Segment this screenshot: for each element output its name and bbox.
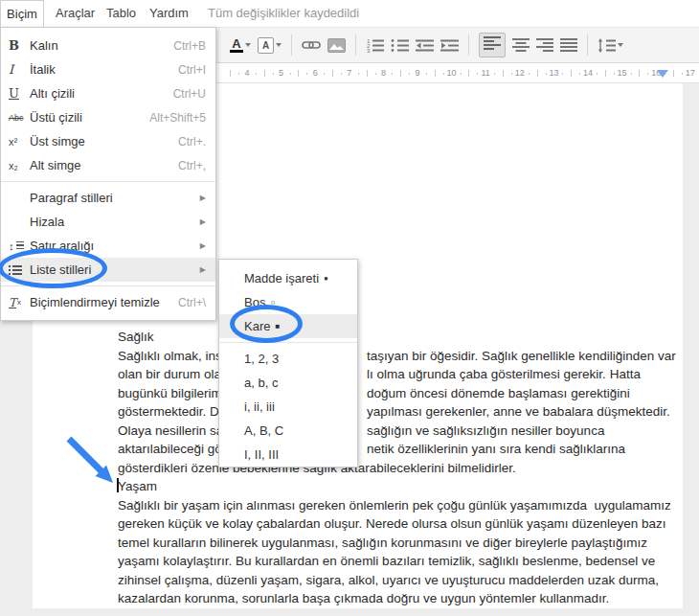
justify-button[interactable] — [560, 38, 577, 52]
ruler-minor-tick — [358, 73, 359, 75]
menu-item-label: İtalik — [30, 62, 56, 77]
ruler-number: 6 — [313, 68, 318, 78]
align-center-icon — [512, 38, 530, 52]
ruler-minor-tick — [426, 73, 427, 75]
ruler-minor-tick — [392, 73, 393, 75]
ruler-number: 14 — [583, 68, 593, 78]
text-color-button[interactable]: A — [230, 38, 251, 53]
ruler-minor-tick — [614, 73, 615, 75]
submenu-arrow-icon: ▶ — [200, 194, 206, 202]
line-spacing-icon — [598, 38, 616, 53]
format-menu-item-strikethrough[interactable]: Üstü çiziliAlt+Shift+5 — [1, 105, 215, 129]
toolbar-separator — [587, 34, 588, 56]
bulleted-list-button[interactable] — [391, 38, 409, 53]
highlight-color-button[interactable]: A — [258, 37, 282, 54]
decrease-indent-button[interactable] — [416, 38, 434, 53]
ruler-minor-tick — [511, 73, 512, 75]
list-style-item-uppercase-roman[interactable]: I, II, III — [219, 443, 357, 467]
menu-item-label: Madde işareti — [244, 271, 319, 285]
ruler-number: 10 — [447, 68, 457, 78]
bulleted-list-icon — [391, 38, 409, 53]
menu-shortcut: Ctrl+, — [178, 159, 206, 172]
menubar-tab-help[interactable]: Yardım — [138, 0, 200, 27]
ruler-minor-tick — [461, 73, 462, 75]
ruler-number: 12 — [515, 68, 525, 78]
format-menu-item-underline[interactable]: Altı çiziliCtrl+U — [1, 81, 215, 105]
ruler-minor-tick — [546, 73, 547, 75]
menu-item-label: Biçimlendirmeyi temizle — [30, 295, 160, 309]
doc-paragraph-line: zihinsel çalışma, düzenli yaşam, sigara,… — [118, 571, 659, 590]
format-menu-item-align[interactable]: Hizala▶ — [1, 210, 215, 234]
format-menu-item-superscript[interactable]: Üst simgeCtrl+. — [1, 129, 215, 153]
doc-line-right-fragment: lı olma uğrunda çaba gösterilmesi gereki… — [367, 365, 641, 384]
increase-indent-button[interactable] — [440, 38, 459, 53]
chevron-down-icon — [618, 43, 623, 47]
ruler-minor-tick — [647, 73, 648, 75]
ruler-minor-tick — [273, 73, 274, 75]
list-styles-submenu: Madde işareti●Boş○Kare■1, 2, 3a, b, ci, … — [218, 259, 358, 468]
menu-item-label: Altı çizili — [30, 86, 75, 101]
clear-formatting-icon — [9, 296, 30, 309]
annotation-arrow — [57, 433, 124, 492]
menubar-tab-format[interactable]: Biçim — [0, 0, 44, 28]
format-menu-item-bold[interactable]: KalınCtrl+B — [1, 34, 215, 57]
format-menu-item-clear-formatting[interactable]: Biçimlendirmeyi temizleCtrl+\ — [1, 290, 215, 314]
ruler-number: 9 — [415, 68, 419, 78]
doc-paragraph-line: kazalardan korunma, sorunlarla başa çıkm… — [118, 589, 609, 608]
align-center-button[interactable] — [512, 38, 530, 52]
list-style-item-lowercase-letters[interactable]: a, b, c — [219, 371, 357, 395]
doc-line-left-fragment: bugünkü bilgilerim — [118, 384, 222, 403]
menu-item-label: i, ii, iii — [244, 399, 275, 414]
menu-item-label: Alt simge — [30, 158, 80, 172]
decrease-indent-icon — [416, 38, 434, 53]
ruler-number: 11 — [482, 68, 490, 78]
menu-item-label: 1, 2, 3 — [244, 352, 279, 366]
doc-paragraph-line: Sağlıklı bir yaşam için alınması gereken… — [118, 496, 671, 515]
format-menu-item-paragraph-styles[interactable]: Paragraf stilleri▶ — [1, 186, 215, 210]
app-window: Biçim Araçlar Tablo Yardım Tüm değişikli… — [0, 0, 699, 616]
list-style-glyph: ● — [324, 274, 328, 283]
ruler-minor-tick — [477, 73, 478, 75]
ruler-major-tick — [367, 70, 368, 77]
doc-line-left-fragment: Sağlıklı olmak, ins — [118, 347, 222, 366]
numbered-list-button[interactable]: 123 — [366, 38, 384, 53]
ruler-major-tick — [537, 70, 538, 77]
ruler-minor-tick — [562, 73, 563, 75]
list-style-item-uppercase-letters[interactable]: A, B, C — [219, 419, 357, 443]
menu-item-label: Üst simge — [30, 134, 85, 148]
menu-item-label: Paragraf stilleri — [30, 191, 113, 205]
ruler-major-tick — [298, 70, 299, 77]
ruler-major-tick — [332, 70, 333, 77]
subscript-icon — [9, 160, 30, 171]
align-left-button[interactable] — [479, 33, 506, 57]
right-indent-marker[interactable] — [657, 70, 668, 78]
insert-image-button[interactable] — [327, 38, 346, 53]
menu-shortcut: Alt+Shift+5 — [149, 111, 206, 125]
ruler-minor-tick — [238, 73, 239, 75]
bold-icon — [9, 38, 30, 53]
align-right-button[interactable] — [536, 38, 553, 52]
list-style-item-numbers[interactable]: 1, 2, 3 — [219, 347, 357, 371]
doc-line-right-fragment: netik özelliklerinin yanı sıra kendi sağ… — [367, 440, 625, 459]
list-style-item-lowercase-roman[interactable]: i, ii, iii — [219, 395, 357, 419]
line-spacing-button[interactable] — [598, 38, 623, 53]
doc-paragraph-line: temel kuralların bilinerek uygulanması, … — [118, 534, 647, 553]
menu-shortcut: Ctrl+. — [178, 135, 206, 148]
ruler-minor-tick — [529, 73, 530, 75]
insert-link-button[interactable] — [302, 37, 321, 53]
annotation-ellipse-list-styles — [0, 248, 107, 288]
ruler-number: 15 — [618, 68, 627, 78]
text-color-icon: A — [230, 38, 243, 53]
image-icon — [327, 38, 346, 53]
ruler-minor-tick — [443, 73, 444, 75]
toolbar-separator — [468, 34, 469, 56]
list-style-item-bullet[interactable]: Madde işareti● — [219, 266, 357, 290]
doc-line-right-fragment: doğum öncesi dönemde başlaması gerektiği… — [367, 384, 630, 403]
format-menu-item-subscript[interactable]: Alt simgeCtrl+, — [1, 153, 215, 177]
ruler-minor-tick — [579, 73, 580, 75]
ruler-minor-tick — [341, 73, 342, 75]
doc-heading-saglik: Sağlık — [118, 328, 154, 347]
ruler-number: 7 — [347, 68, 351, 78]
ruler-minor-tick — [631, 73, 632, 75]
format-menu-item-italic[interactable]: İtalikCtrl+I — [1, 57, 215, 81]
